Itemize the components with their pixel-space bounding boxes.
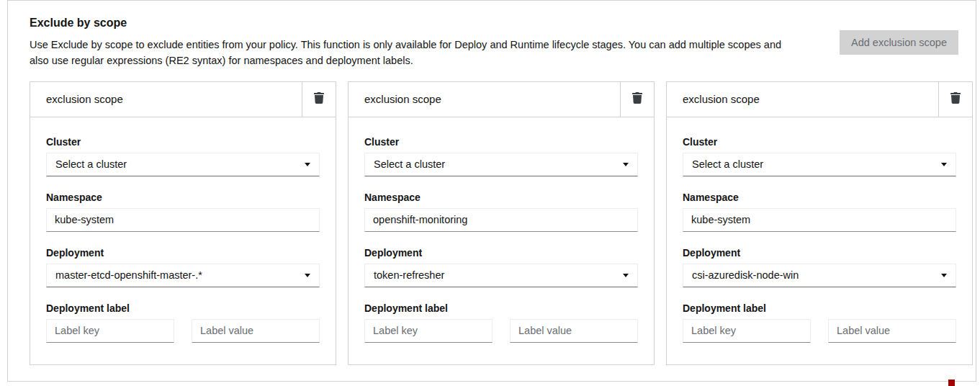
section-header: Exclude by scope Use Exclude by scope to…: [22, 15, 958, 69]
exclusion-scope-card: exclusion scope Cluster Select a cluster: [30, 81, 336, 365]
card-header: exclusion scope: [349, 82, 654, 117]
label-key-input[interactable]: [364, 319, 493, 343]
card-body: Cluster Select a cluster Namespace Deplo…: [30, 117, 336, 364]
deployment-select[interactable]: master-etcd-openshift-master-.*: [46, 264, 320, 287]
namespace-input[interactable]: [46, 208, 320, 232]
namespace-input[interactable]: [364, 208, 638, 232]
exclusion-scope-card: exclusion scope Cluster Select a cluster: [666, 81, 973, 365]
cluster-select-value: Select a cluster: [374, 158, 445, 170]
card-body: Cluster Select a cluster Namespace Deplo…: [349, 117, 654, 364]
caret-down-icon: [623, 163, 629, 166]
namespace-label: Namespace: [364, 192, 638, 203]
deployment-select-value: master-etcd-openshift-master-.*: [55, 269, 202, 281]
section-intro: Exclude by scope Use Exclude by scope to…: [22, 15, 840, 69]
caret-down-icon: [623, 274, 629, 277]
label-key-input[interactable]: [683, 319, 811, 343]
label-value-input[interactable]: [828, 319, 956, 343]
exclusion-scope-card: exclusion scope Cluster Select a cluster: [348, 81, 655, 365]
label-value-input[interactable]: [510, 319, 638, 343]
card-body: Cluster Select a cluster Namespace Deplo…: [667, 117, 972, 364]
deployment-select-value: token-refresher: [374, 269, 444, 281]
trash-icon: [950, 92, 961, 106]
delete-scope-button[interactable]: [302, 82, 336, 117]
deployment-select-value: csi-azuredisk-node-win: [692, 269, 799, 281]
exclude-by-scope-panel: Exclude by scope Use Exclude by scope to…: [7, 0, 976, 382]
deployment-label: Deployment: [364, 247, 638, 259]
deployment-label: Deployment: [683, 247, 956, 259]
deployment-label-label: Deployment label: [46, 302, 320, 314]
cluster-select[interactable]: Select a cluster: [364, 153, 638, 176]
cluster-select[interactable]: Select a cluster: [46, 153, 320, 176]
caret-down-icon: [305, 274, 310, 277]
trash-icon: [632, 92, 642, 106]
cluster-select[interactable]: Select a cluster: [683, 153, 956, 176]
delete-scope-button[interactable]: [621, 82, 654, 117]
label-key-input[interactable]: [46, 319, 174, 343]
section-description: Use Exclude by scope to exclude entities…: [30, 37, 799, 69]
deployment-label: Deployment: [46, 247, 320, 259]
deployment-label-label: Deployment label: [683, 302, 956, 314]
delete-scope-button[interactable]: [939, 82, 972, 117]
page-title: Exclude by scope: [30, 17, 840, 30]
cluster-select-value: Select a cluster: [55, 158, 127, 170]
cluster-select-value: Select a cluster: [692, 158, 763, 170]
card-title: exclusion scope: [667, 82, 938, 117]
card-title: exclusion scope: [30, 82, 302, 117]
card-header: exclusion scope: [30, 82, 336, 117]
deployment-label-label: Deployment label: [364, 302, 638, 314]
deployment-select[interactable]: csi-azuredisk-node-win: [683, 264, 956, 287]
cluster-label: Cluster: [46, 136, 320, 148]
namespace-input[interactable]: [683, 208, 956, 232]
card-header: exclusion scope: [667, 82, 972, 117]
label-value-input[interactable]: [192, 319, 320, 343]
deployment-select[interactable]: token-refresher: [364, 264, 638, 287]
caret-down-icon: [941, 274, 947, 277]
trash-icon: [314, 92, 324, 106]
card-title: exclusion scope: [349, 82, 620, 117]
red-corner-marker: [948, 380, 955, 386]
cluster-label: Cluster: [364, 136, 638, 148]
cluster-label: Cluster: [683, 136, 956, 148]
caret-down-icon: [305, 163, 310, 166]
caret-down-icon: [941, 163, 947, 166]
namespace-label: Namespace: [683, 192, 956, 203]
namespace-label: Namespace: [46, 192, 320, 203]
exclusion-scope-cards: exclusion scope Cluster Select a cluster: [30, 81, 958, 365]
add-exclusion-scope-button[interactable]: Add exclusion scope: [840, 30, 958, 55]
